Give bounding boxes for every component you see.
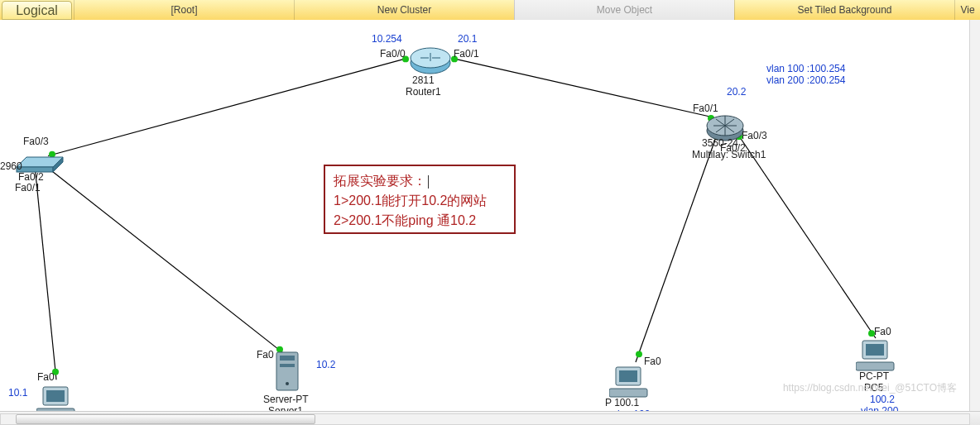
server-ip: 10.2	[316, 359, 335, 370]
watermark-text: https://blog.csdn.net/wei_@51CTO博客	[783, 381, 957, 395]
router-port-right: Fa0/1	[454, 48, 479, 60]
switch-left-port-fa02: Fa0/2	[18, 171, 44, 183]
switch-right-port-fa03: Fa0/3	[742, 130, 767, 141]
svg-rect-33	[280, 356, 295, 361]
device-server[interactable]	[271, 349, 305, 398]
pc-vlan200-port: Fa0	[874, 326, 891, 337]
pc-vlan100-model: P 100.1	[605, 397, 639, 408]
server-port: Fa0	[257, 349, 274, 361]
switch-left-port-fa01: Fa0/1	[15, 182, 41, 193]
pc-vlan100-port: Fa0	[644, 356, 661, 367]
router-name: Router1	[406, 86, 441, 98]
pc-left-port: Fa0	[37, 371, 55, 383]
workspace-canvas[interactable]: 10.254 20.1 Fa0/0 Fa0/1 2811 Router1 Fa0…	[0, 20, 980, 412]
svg-line-2	[35, 165, 56, 380]
req-title: 拓展实验要求：	[334, 171, 506, 191]
requirements-note[interactable]: 拓展实验要求： 1>200.1能打开10.2的网站 2>200.1不能ping …	[324, 165, 516, 234]
vertical-scrollbar[interactable]	[969, 20, 980, 412]
btn-new-cluster[interactable]: New Cluster	[294, 0, 514, 20]
btn-set-background[interactable]: Set Tiled Background	[734, 0, 954, 20]
top-toolbar: Logical [Root] New Cluster Move Object S…	[0, 0, 980, 21]
router-port-left: Fa0/0	[380, 48, 406, 60]
vlan-note-1: vlan 100 :100.254	[766, 63, 845, 74]
pc-vlan200-model: PC-PT	[859, 370, 889, 382]
svg-rect-40	[866, 344, 884, 356]
svg-line-3	[45, 165, 285, 354]
btn-viewport[interactable]: Vie	[954, 0, 980, 20]
switch-right-port-fa01: Fa0/1	[693, 103, 718, 114]
horizontal-scrollbar-thumb[interactable]	[16, 414, 315, 424]
switch-left-port-fa03: Fa0/3	[23, 136, 49, 147]
tab-logical[interactable]: Logical	[2, 1, 72, 20]
svg-point-35	[286, 382, 289, 385]
router-icon	[409, 45, 452, 76]
horizontal-scrollbar[interactable]	[0, 413, 970, 425]
server-model: Server-PT	[263, 394, 309, 405]
router-ip-right: 20.1	[458, 33, 477, 45]
switch-right-name: Multilay: Switch1	[692, 149, 766, 160]
switch-right-ip: 20.2	[727, 86, 746, 98]
pc-icon	[856, 339, 896, 374]
device-router1[interactable]	[409, 45, 452, 79]
pc-icon	[609, 365, 649, 400]
svg-line-0	[48, 58, 407, 155]
switch-right-model: 3560-24	[702, 137, 738, 149]
router-model: 2811	[412, 74, 435, 86]
svg-line-5	[738, 135, 876, 338]
svg-rect-38	[609, 389, 647, 397]
req-line1: 1>200.1能打开10.2的网站	[334, 191, 506, 211]
pc-left-ip: 10.1	[8, 387, 27, 399]
router-ip-left: 10.254	[372, 33, 402, 45]
pc-vlan200-ip: 100.2	[870, 394, 895, 405]
svg-line-1	[452, 58, 713, 117]
switch-left-model: 2960	[0, 160, 22, 172]
btn-move-object[interactable]: Move Object	[514, 0, 734, 20]
btn-root[interactable]: [Root]	[74, 0, 294, 20]
svg-rect-30	[46, 390, 65, 402]
bottom-bar	[0, 411, 980, 425]
svg-rect-34	[280, 364, 295, 367]
req-line2: 2>200.1不能ping 通10.2	[334, 211, 506, 231]
svg-point-16	[636, 351, 642, 357]
server-icon	[271, 349, 305, 395]
svg-rect-41	[856, 362, 894, 370]
svg-rect-37	[619, 370, 637, 382]
svg-line-4	[636, 135, 717, 362]
vlan-note-2: vlan 200 :200.254	[766, 74, 845, 86]
